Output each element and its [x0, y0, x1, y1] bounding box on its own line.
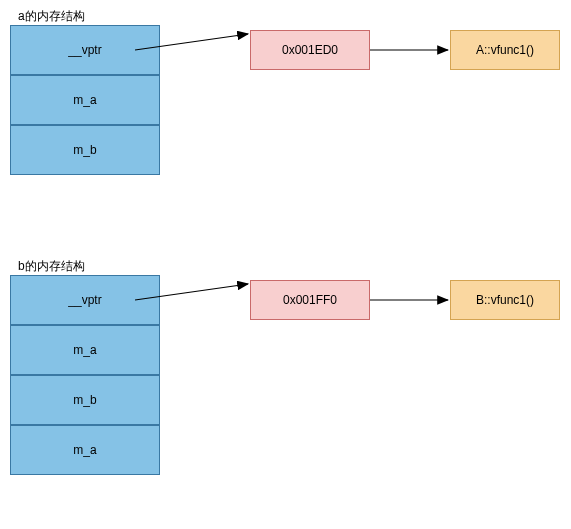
a-vfunc-box: A::vfunc1(): [450, 30, 560, 70]
b-vfunc-box: B::vfunc1(): [450, 280, 560, 320]
section-a-title: a的内存结构: [18, 8, 85, 25]
section-b-title: b的内存结构: [18, 258, 85, 275]
b-vptr-value-box: 0x001FF0: [250, 280, 370, 320]
b-cell-m-a: m_a: [10, 325, 160, 375]
a-cell-m-a: m_a: [10, 75, 160, 125]
b-cell-m-b: m_b: [10, 375, 160, 425]
a-cell-m-b: m_b: [10, 125, 160, 175]
a-vptr-value-box: 0x001ED0: [250, 30, 370, 70]
a-cell-vptr: __vptr: [10, 25, 160, 75]
b-cell-m-a-2: m_a: [10, 425, 160, 475]
b-cell-vptr: __vptr: [10, 275, 160, 325]
